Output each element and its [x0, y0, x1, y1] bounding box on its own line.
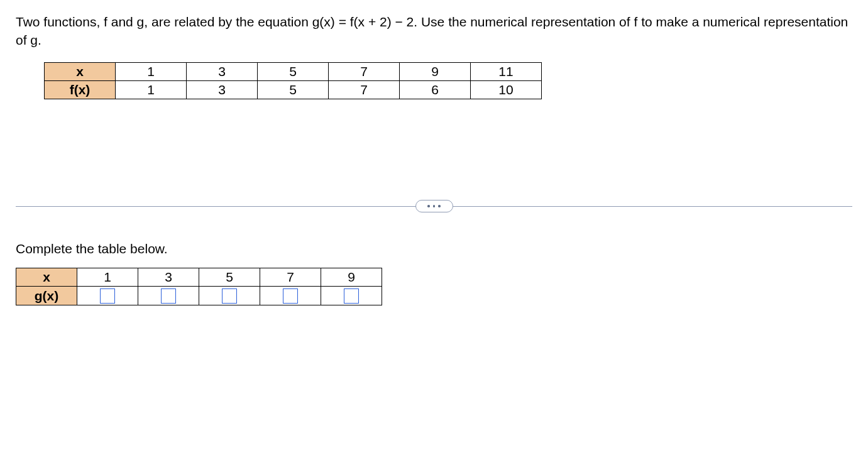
table-g-x-cell: 9: [321, 268, 382, 286]
table-f: x 1 3 5 7 9 11 f(x) 1 3 5 7 6 10: [44, 62, 542, 99]
table-g-x-label: x: [16, 268, 77, 286]
table-f-fx-cell: 3: [187, 80, 258, 99]
table-f-fx-cell: 6: [400, 80, 471, 99]
table-f-fx-cell: 1: [116, 80, 187, 99]
expand-button[interactable]: [415, 200, 453, 212]
table-f-fx-cell: 5: [258, 80, 329, 99]
table-f-fx-label: f(x): [45, 80, 116, 99]
table-g-x-cell: 7: [260, 268, 321, 286]
table-f-x-cell: 7: [329, 62, 400, 80]
answer-input-2[interactable]: [138, 286, 199, 305]
table-g-x-cell: 3: [138, 268, 199, 286]
answer-input-1[interactable]: [77, 286, 138, 305]
table-f-fx-cell: 10: [471, 80, 542, 99]
table-f-x-cell: 1: [116, 62, 187, 80]
answer-input-4[interactable]: [260, 286, 321, 305]
answer-input-5[interactable]: [321, 286, 382, 305]
instruction-text: Complete the table below.: [16, 241, 852, 256]
table-f-x-cell: 3: [187, 62, 258, 80]
problem-prompt: Two functions, f and g, are related by t…: [16, 13, 852, 50]
table-g-gx-label: g(x): [16, 286, 77, 305]
table-g-x-cell: 1: [77, 268, 138, 286]
expand-divider: [16, 206, 852, 207]
table-f-x-label: x: [45, 62, 116, 80]
table-f-x-cell: 9: [400, 62, 471, 80]
answer-input-3[interactable]: [199, 286, 260, 305]
table-g: x 1 3 5 7 9 g(x): [16, 268, 382, 305]
table-f-x-cell: 5: [258, 62, 329, 80]
table-f-fx-cell: 7: [329, 80, 400, 99]
table-g-x-cell: 5: [199, 268, 260, 286]
table-f-x-cell: 11: [471, 62, 542, 80]
